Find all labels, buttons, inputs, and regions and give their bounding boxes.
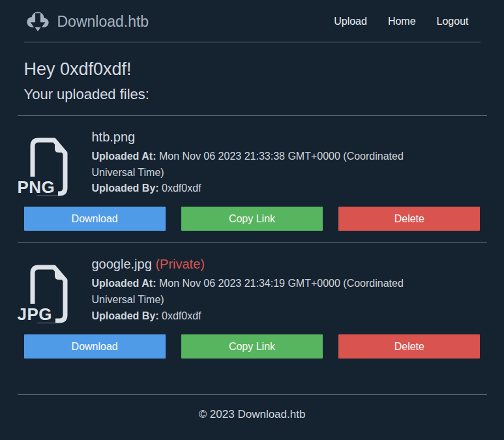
uploaded-by-value: 0xdf0xdf — [159, 310, 201, 321]
uploaded-by-label: Uploaded By: — [92, 310, 159, 321]
subtitle-heading: Your uploaded files: — [24, 86, 481, 103]
file-name: htb.png — [92, 129, 481, 145]
brand-link[interactable]: Download.htb — [24, 8, 149, 35]
file-metadata: Uploaded At: Mon Nov 06 2023 21:33:38 GM… — [92, 149, 424, 197]
nav-link-upload[interactable]: Upload — [329, 10, 372, 33]
file-entry: JPG google.jpg (Private) Uploaded At: Mo… — [18, 243, 487, 358]
nav-link-logout[interactable]: Logout — [432, 10, 474, 33]
uploaded-at-label: Uploaded At: — [92, 151, 156, 162]
download-button[interactable]: Download — [24, 207, 166, 231]
cloud-download-icon — [24, 8, 52, 35]
uploaded-by-label: Uploaded By: — [92, 183, 159, 194]
footer-divider — [18, 394, 487, 395]
header-divider — [24, 42, 481, 42]
file-metadata: Uploaded At: Mon Nov 06 2023 21:34:19 GM… — [92, 276, 424, 324]
file-icon-column: JPG — [24, 256, 92, 324]
private-badge: (Private) — [155, 257, 205, 271]
main-nav: Upload Home Logout — [318, 10, 473, 33]
uploaded-by-value: 0xdf0xdf — [159, 183, 201, 194]
file-icon-column: PNG — [24, 129, 92, 197]
file-entry: PNG htb.png Uploaded At: Mon Nov 06 2023… — [18, 116, 487, 231]
page: Download.htb Upload Home Logout Hey 0xdf… — [18, 0, 487, 421]
greeting-heading: Hey 0xdf0xdf! — [24, 59, 481, 80]
copy-link-button[interactable]: Copy Link — [181, 207, 323, 231]
footer-copyright: © 2023 Download.htb — [18, 408, 487, 421]
file-icon: JPG — [24, 264, 74, 324]
delete-button[interactable]: Delete — [338, 207, 480, 231]
brand-title: Download.htb — [57, 13, 149, 31]
uploaded-at-label: Uploaded At: — [92, 278, 156, 289]
file-actions: Download Copy Link Delete — [24, 334, 481, 359]
delete-button[interactable]: Delete — [338, 334, 480, 359]
file-type-label: JPG — [18, 304, 56, 323]
download-button[interactable]: Download — [24, 334, 166, 359]
nav-link-home[interactable]: Home — [383, 10, 421, 33]
file-actions: Download Copy Link Delete — [24, 207, 481, 231]
file-type-label: PNG — [18, 177, 59, 196]
header: Download.htb Upload Home Logout — [18, 0, 487, 35]
file-icon: PNG — [24, 137, 74, 197]
copy-link-button[interactable]: Copy Link — [181, 334, 323, 359]
file-name: google.jpg (Private) — [92, 256, 481, 272]
